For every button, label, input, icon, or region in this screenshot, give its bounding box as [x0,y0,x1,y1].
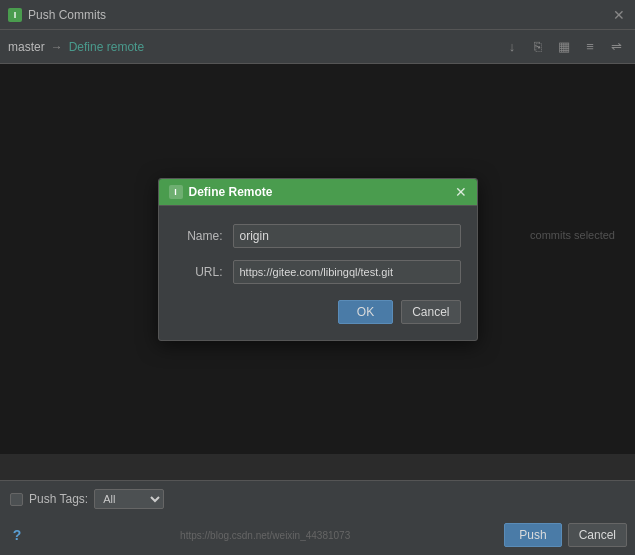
title-bar-left: I Push Commits [8,8,106,22]
toolbar-btn-list[interactable]: ≡ [579,36,601,58]
name-input[interactable] [233,224,461,248]
dialog-actions: OK Cancel [175,300,461,324]
bottom-bar-actions: ? https://blog.csdn.net/weixin_44381073 … [0,519,635,555]
url-field-row: URL: [175,260,461,284]
dialog-ok-button[interactable]: OK [338,300,393,324]
push-tags-label: Push Tags: [29,492,88,506]
dialog-title: Define Remote [189,185,273,199]
dialog-titlebar: I Define Remote ✕ [159,179,477,205]
dialog-titlebar-left: I Define Remote [169,185,273,199]
url-input[interactable] [233,260,461,284]
window-title: Push Commits [28,8,106,22]
watermark-text: https://blog.csdn.net/weixin_44381073 [180,530,350,541]
toolbar-right: ↓ ⎘ ▦ ≡ ⇌ [501,36,627,58]
cancel-button[interactable]: Cancel [568,523,627,547]
branch-arrow: → [51,40,63,54]
branch-name: master [8,40,45,54]
window-close-button[interactable]: ✕ [611,7,627,23]
toolbar-btn-swap[interactable]: ⇌ [605,36,627,58]
toolbar-btn-grid[interactable]: ▦ [553,36,575,58]
push-tags-select[interactable]: All None [94,489,164,509]
push-button[interactable]: Push [504,523,561,547]
main-content: commits selected I Define Remote ✕ Name: [0,64,635,454]
dialog-cancel-button[interactable]: Cancel [401,300,460,324]
action-buttons: Push Cancel [504,523,627,547]
url-label: URL: [175,265,223,279]
bottom-bar-top: Push Tags: All None [0,481,635,517]
toolbar: master → Define remote ↓ ⎘ ▦ ≡ ⇌ [0,30,635,64]
toolbar-left: master → Define remote [8,40,144,54]
toolbar-btn-fetch[interactable]: ↓ [501,36,523,58]
help-button[interactable]: ? [8,526,26,544]
title-bar: I Push Commits ✕ [0,0,635,30]
name-field-row: Name: [175,224,461,248]
define-remote-dialog: I Define Remote ✕ Name: URL: [158,178,478,341]
name-label: Name: [175,229,223,243]
dialog-overlay: I Define Remote ✕ Name: URL: [0,64,635,454]
dialog-body: Name: URL: OK Cancel [159,206,477,340]
push-tags-checkbox[interactable] [10,493,23,506]
app-icon: I [8,8,22,22]
dialog-icon: I [169,185,183,199]
bottom-bar: Push Tags: All None ? https://blog.csdn.… [0,480,635,555]
dialog-close-button[interactable]: ✕ [455,185,467,199]
define-remote-link[interactable]: Define remote [69,40,144,54]
toolbar-btn-branch[interactable]: ⎘ [527,36,549,58]
